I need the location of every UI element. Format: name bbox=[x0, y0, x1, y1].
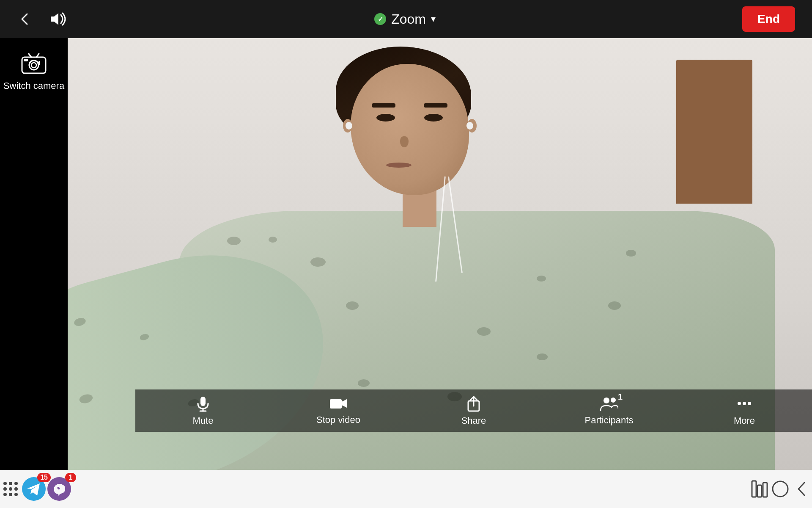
svg-rect-4 bbox=[24, 59, 28, 61]
svg-point-15 bbox=[748, 402, 751, 405]
mute-icon bbox=[195, 395, 211, 412]
stop-video-button[interactable]: Stop video bbox=[313, 396, 364, 425]
svg-marker-0 bbox=[51, 13, 58, 25]
more-label: More bbox=[734, 415, 755, 426]
svg-point-11 bbox=[604, 398, 609, 403]
apps-icon[interactable] bbox=[0, 478, 21, 500]
top-bar: ✓ Zoom ▾ End bbox=[0, 0, 812, 38]
video-area: Mute Stop video Share bbox=[68, 38, 812, 470]
svg-point-14 bbox=[743, 402, 746, 405]
svg-point-16 bbox=[3, 482, 7, 485]
svg-rect-27 bbox=[752, 481, 756, 497]
svg-point-12 bbox=[611, 398, 616, 403]
camera-icon bbox=[19, 51, 49, 76]
svg-rect-28 bbox=[757, 485, 762, 497]
svg-point-17 bbox=[9, 482, 12, 485]
recents-button[interactable] bbox=[749, 478, 770, 500]
system-back-button[interactable] bbox=[791, 478, 812, 500]
eye-left bbox=[376, 114, 395, 121]
svg-point-18 bbox=[14, 482, 18, 485]
mute-button[interactable]: Mute bbox=[178, 395, 228, 426]
face bbox=[351, 64, 469, 195]
bottom-toolbar: Mute Stop video Share bbox=[135, 389, 812, 432]
viber-badge: 1 bbox=[65, 473, 76, 482]
top-left-controls bbox=[17, 11, 68, 27]
svg-rect-8 bbox=[330, 399, 342, 409]
mute-label: Mute bbox=[193, 415, 214, 426]
share-label: Share bbox=[461, 415, 486, 426]
svg-point-13 bbox=[738, 402, 741, 405]
door-frame bbox=[676, 60, 752, 204]
svg-point-21 bbox=[14, 487, 18, 491]
zoom-dropdown-arrow: ▾ bbox=[431, 14, 436, 25]
back-button[interactable] bbox=[17, 11, 32, 27]
svg-point-24 bbox=[14, 493, 18, 496]
svg-rect-29 bbox=[763, 483, 767, 497]
share-button[interactable]: Share bbox=[448, 395, 499, 426]
eye-right bbox=[424, 114, 443, 121]
participants-icon: 1 bbox=[600, 395, 618, 411]
more-button[interactable]: More bbox=[719, 395, 770, 426]
participants-label: Participants bbox=[585, 415, 634, 426]
zoom-label: Zoom bbox=[391, 11, 426, 27]
navigation-bar: 15 1 bbox=[0, 470, 812, 508]
switch-camera-label: Switch camera bbox=[3, 80, 64, 91]
svg-point-22 bbox=[3, 493, 7, 496]
earphone-left bbox=[346, 122, 352, 130]
participants-badge: 1 bbox=[618, 392, 623, 402]
zoom-title-area[interactable]: ✓ Zoom ▾ bbox=[374, 11, 436, 27]
stop-video-icon bbox=[329, 396, 348, 411]
svg-point-20 bbox=[9, 487, 12, 491]
home-button[interactable] bbox=[770, 478, 791, 500]
speaker-icon[interactable] bbox=[49, 11, 68, 27]
svg-point-30 bbox=[773, 481, 788, 497]
viber-icon[interactable]: 1 bbox=[47, 476, 72, 502]
eyebrow-left bbox=[372, 103, 395, 108]
mouth bbox=[386, 163, 411, 168]
left-sidebar: Switch camera bbox=[0, 38, 68, 470]
switch-camera-button[interactable]: Switch camera bbox=[3, 51, 64, 91]
svg-point-23 bbox=[9, 493, 12, 496]
share-icon bbox=[466, 395, 482, 412]
svg-rect-5 bbox=[200, 397, 206, 406]
svg-point-3 bbox=[31, 63, 36, 68]
telegram-icon[interactable]: 15 bbox=[21, 476, 47, 502]
participants-button[interactable]: 1 Participants bbox=[584, 395, 634, 426]
eyebrow-right bbox=[424, 103, 447, 108]
nose bbox=[400, 136, 409, 147]
stop-video-label: Stop video bbox=[316, 414, 360, 425]
more-icon bbox=[736, 395, 753, 412]
earphone-right bbox=[466, 122, 473, 130]
svg-point-19 bbox=[3, 487, 7, 491]
zoom-verified-icon: ✓ bbox=[374, 13, 386, 25]
end-button[interactable]: End bbox=[742, 6, 795, 32]
